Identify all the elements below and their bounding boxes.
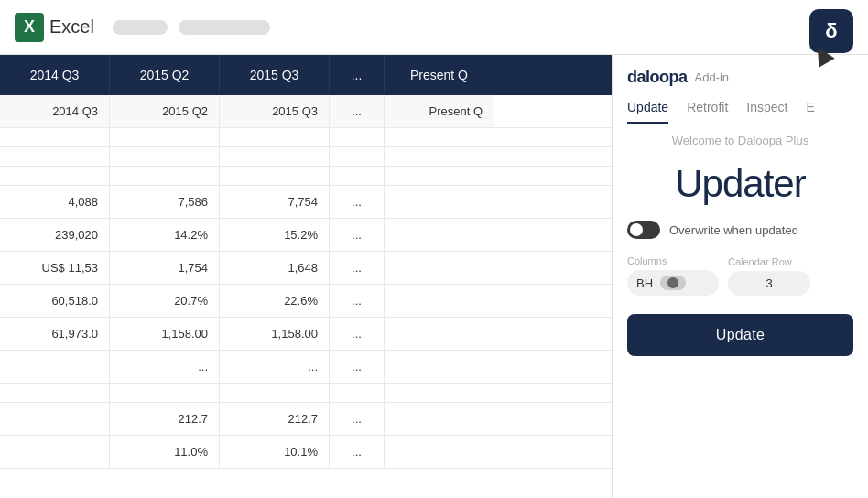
table-cell: 212.7 xyxy=(110,403,220,435)
table-cell xyxy=(0,351,110,383)
table-cell: ... xyxy=(330,285,385,317)
excel-icon: X xyxy=(15,13,44,42)
pill-2 xyxy=(179,20,270,35)
table-cell: ... xyxy=(110,351,220,383)
sidebar-panel: daloopa Add-in Update Retrofit Inspect E… xyxy=(612,55,868,498)
main-content: 2014 Q32015 Q22015 Q3...Present Q 2014 Q… xyxy=(0,55,868,498)
excel-label: Excel xyxy=(49,16,94,38)
table-cell: ... xyxy=(330,436,385,468)
table-cell: 60,518.0 xyxy=(0,285,110,317)
table-cell xyxy=(110,384,220,402)
table-cell xyxy=(220,147,330,166)
header-col: 2015 Q2 xyxy=(110,55,220,95)
sidebar-tabs: Update Retrofit Inspect E xyxy=(613,87,868,124)
table-cell: 212.7 xyxy=(220,403,330,435)
toggle-row: Overwrite when updated xyxy=(613,210,868,250)
table-cell: ... xyxy=(330,186,385,218)
table-row xyxy=(0,147,612,167)
calendar-label: Calendar Row xyxy=(728,256,810,267)
table-cell: 11.0% xyxy=(110,436,220,468)
table-cell xyxy=(330,147,385,166)
top-bar-pills xyxy=(113,20,270,35)
table-cell xyxy=(0,403,110,435)
table-cell: ... xyxy=(330,252,385,284)
table-cell xyxy=(385,252,494,284)
header-col: 2015 Q3 xyxy=(220,55,330,95)
table-cell: 2015 Q2 xyxy=(110,95,220,127)
table-cell xyxy=(330,384,385,402)
daloopa-brand: daloopa xyxy=(627,68,688,87)
table-cell: 15.2% xyxy=(220,219,330,251)
table-cell xyxy=(220,167,330,185)
table-cell: ... xyxy=(330,403,385,435)
table-cell: 1,158.00 xyxy=(220,318,330,350)
table-cell: 61,973.0 xyxy=(0,318,110,350)
table-cell: ... xyxy=(330,351,385,383)
table-cell xyxy=(110,128,220,146)
tab-retrofit[interactable]: Retrofit xyxy=(687,94,728,124)
table-cell xyxy=(385,167,494,185)
table-cell: 4,088 xyxy=(0,186,110,218)
columns-control: Columns BH xyxy=(627,255,719,296)
excel-logo: X Excel xyxy=(15,13,94,42)
table-row: 11.0%10.1%... xyxy=(0,436,612,469)
spreadsheet: 2014 Q32015 Q22015 Q3...Present Q 2014 Q… xyxy=(0,55,612,498)
table-cell xyxy=(330,128,385,146)
table-cell: 20.7% xyxy=(110,285,220,317)
overwrite-toggle[interactable] xyxy=(627,221,660,239)
table-cell xyxy=(385,436,494,468)
header-col: 2014 Q3 xyxy=(0,55,110,95)
sheet-body: 2014 Q32015 Q22015 Q3...Present Q4,0887,… xyxy=(0,95,612,469)
table-cell xyxy=(0,128,110,146)
table-row xyxy=(0,128,612,147)
header-col: ... xyxy=(330,55,385,95)
table-cell xyxy=(385,384,494,402)
table-cell xyxy=(0,147,110,166)
table-cell xyxy=(385,403,494,435)
table-cell xyxy=(0,436,110,468)
table-cell xyxy=(385,318,494,350)
tab-extra[interactable]: E xyxy=(806,94,814,124)
updater-title: Updater xyxy=(613,153,868,210)
welcome-text: Welcome to Daloopa Plus xyxy=(613,124,868,153)
calendar-input[interactable]: 3 xyxy=(728,271,810,296)
table-cell xyxy=(385,128,494,146)
table-cell: ... xyxy=(330,219,385,251)
table-cell xyxy=(110,167,220,185)
table-cell: 22.6% xyxy=(220,285,330,317)
top-bar: X Excel δ xyxy=(0,0,868,55)
table-row xyxy=(0,167,612,186)
table-cell: 14.2% xyxy=(110,219,220,251)
table-row: 2014 Q32015 Q22015 Q3...Present Q xyxy=(0,95,612,128)
table-cell: 7,754 xyxy=(220,186,330,218)
columns-pill[interactable]: BH xyxy=(627,270,719,296)
table-cell: 1,754 xyxy=(110,252,220,284)
table-cell xyxy=(385,285,494,317)
table-cell: Present Q xyxy=(385,95,494,127)
columns-toggle[interactable] xyxy=(660,276,686,290)
table-cell: 239,020 xyxy=(0,219,110,251)
table-cell xyxy=(220,128,330,146)
table-row: 61,973.01,158.001,158.00... xyxy=(0,318,612,351)
table-cell: 2014 Q3 xyxy=(0,95,110,127)
table-row: US$ 11,531,7541,648... xyxy=(0,252,612,285)
pill-1 xyxy=(113,20,168,35)
table-row: 239,02014.2%15.2%... xyxy=(0,219,612,252)
table-cell: 7,586 xyxy=(110,186,220,218)
table-row: 60,518.020.7%22.6%... xyxy=(0,285,612,318)
tab-update[interactable]: Update xyxy=(627,94,668,124)
tab-inspect[interactable]: Inspect xyxy=(746,94,787,124)
overwrite-label: Overwrite when updated xyxy=(669,223,798,237)
columns-value: BH xyxy=(636,276,653,290)
update-button[interactable]: Update xyxy=(627,314,853,356)
table-cell xyxy=(220,384,330,402)
daloopa-icon-button[interactable]: δ xyxy=(809,9,853,53)
controls-row: Columns BH Calendar Row 3 xyxy=(613,250,868,307)
table-cell: US$ 11,53 xyxy=(0,252,110,284)
table-row: 4,0887,5867,754... xyxy=(0,186,612,219)
table-cell: ... xyxy=(330,318,385,350)
table-cell xyxy=(385,147,494,166)
sheet-header: 2014 Q32015 Q22015 Q3...Present Q xyxy=(0,55,612,95)
columns-label: Columns xyxy=(627,255,719,266)
table-cell xyxy=(0,384,110,402)
